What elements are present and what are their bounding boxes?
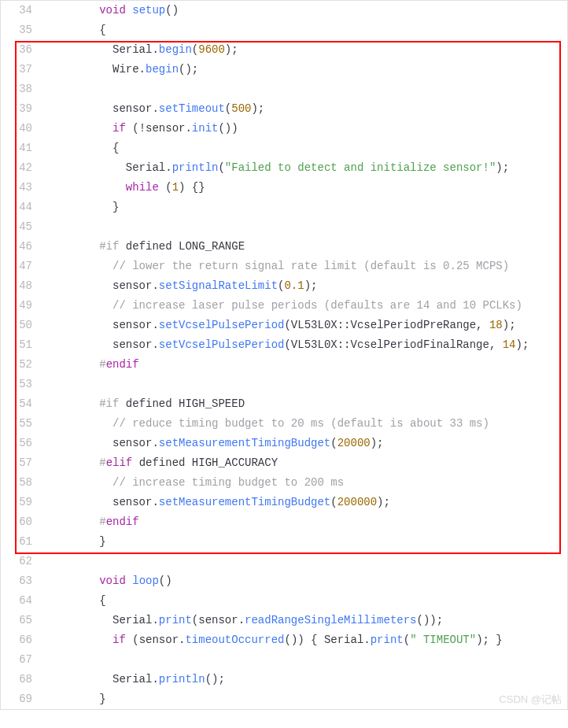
code-token: print: [159, 614, 192, 626]
code-line[interactable]: 53: [1, 375, 567, 394]
code-token: timeoutOccurred: [185, 634, 284, 646]
code-content[interactable]: Serial.println();: [46, 670, 567, 689]
code-token: (: [330, 496, 337, 508]
code-line[interactable]: 66 if (sensor.timeoutOccurred()) { Seria…: [1, 630, 567, 650]
code-line[interactable]: 44 }: [1, 198, 567, 217]
code-content[interactable]: #endif: [46, 512, 567, 532]
code-content[interactable]: }: [46, 689, 567, 709]
code-line[interactable]: 47 // lower the return signal rate limit…: [1, 257, 567, 276]
code-content[interactable]: sensor.setTimeout(500);: [46, 99, 567, 119]
code-token: {: [46, 594, 106, 607]
code-content[interactable]: if (!sensor.init()): [46, 119, 567, 139]
code-content[interactable]: void loop(): [46, 571, 567, 591]
code-line[interactable]: 58 // increase timing budget to 200 ms: [1, 473, 567, 493]
line-number: 49: [1, 296, 46, 316]
code-token: (: [159, 181, 172, 194]
code-line[interactable]: 62: [1, 552, 567, 571]
code-content[interactable]: Serial.begin(9600);: [46, 40, 567, 60]
code-token: {: [46, 24, 106, 36]
code-content[interactable]: sensor.setVcselPulsePeriod(VL53L0X::Vcse…: [46, 335, 567, 355]
code-content[interactable]: [46, 217, 567, 237]
code-token: 200000: [337, 496, 377, 508]
code-content[interactable]: // increase timing budget to 200 ms: [46, 473, 567, 493]
code-content[interactable]: #if defined LONG_RANGE: [46, 237, 567, 257]
code-line[interactable]: 34 void setup(): [1, 1, 567, 20]
code-line[interactable]: 57 #elif defined HIGH_ACCURACY: [1, 453, 567, 473]
code-line[interactable]: 39 sensor.setTimeout(500);: [1, 99, 567, 119]
code-token: ()) { Serial.: [284, 634, 370, 646]
code-token: (VL53L0X::VcselPeriodPreRange,: [284, 319, 489, 331]
code-content[interactable]: sensor.setVcselPulsePeriod(VL53L0X::Vcse…: [46, 316, 567, 335]
code-line[interactable]: 49 // increase laser pulse periods (defa…: [1, 296, 567, 316]
code-token: (VL53L0X::VcselPeriodFinalRange,: [284, 338, 502, 351]
code-line[interactable]: 67: [1, 650, 567, 670]
code-token: (): [159, 575, 172, 587]
code-line[interactable]: 63 void loop(): [1, 571, 567, 591]
code-content[interactable]: Serial.println("Failed to detect and ini…: [46, 158, 567, 178]
code-content[interactable]: [46, 79, 567, 99]
code-content[interactable]: }: [46, 198, 567, 217]
code-line[interactable]: 42 Serial.println("Failed to detect and …: [1, 158, 567, 178]
code-token: void: [99, 575, 126, 587]
code-content[interactable]: // lower the return signal rate limit (d…: [46, 257, 567, 276]
code-token: [46, 456, 99, 469]
code-content[interactable]: Wire.begin();: [46, 60, 567, 79]
code-line[interactable]: 61 }: [1, 532, 567, 552]
code-content[interactable]: if (sensor.timeoutOccurred()) { Serial.p…: [46, 630, 567, 650]
code-line[interactable]: 46 #if defined LONG_RANGE: [1, 237, 567, 257]
code-line[interactable]: 64 {: [1, 591, 567, 611]
code-token: );: [251, 102, 264, 115]
code-content[interactable]: while (1) {}: [46, 178, 567, 198]
code-token: }: [46, 201, 119, 213]
code-line[interactable]: 54 #if defined HIGH_SPEED: [1, 394, 567, 414]
code-token: #if: [99, 397, 119, 410]
code-content[interactable]: #endif: [46, 355, 567, 375]
code-token: );: [503, 319, 516, 331]
code-line[interactable]: 51 sensor.setVcselPulsePeriod(VL53L0X::V…: [1, 335, 567, 355]
code-line[interactable]: 48 sensor.setSignalRateLimit(0.1);: [1, 276, 567, 296]
code-content[interactable]: // increase laser pulse periods (default…: [46, 296, 567, 316]
line-number: 46: [1, 237, 46, 257]
code-line[interactable]: 38: [1, 79, 567, 99]
code-editor[interactable]: 34 void setup()35 {36 Serial.begin(9600)…: [0, 0, 568, 710]
code-token: Serial.: [46, 614, 159, 626]
code-line[interactable]: 55 // reduce timing budget to 20 ms (def…: [1, 414, 567, 434]
code-content[interactable]: void setup(): [46, 1, 567, 20]
code-content[interactable]: {: [46, 139, 567, 158]
code-token: // increase timing budget to 200 ms: [112, 476, 344, 489]
code-line[interactable]: 45: [1, 217, 567, 237]
line-number: 59: [1, 493, 46, 512]
code-content[interactable]: [46, 375, 567, 394]
code-line[interactable]: 68 Serial.println();: [1, 670, 567, 689]
code-line[interactable]: 37 Wire.begin();: [1, 60, 567, 79]
code-token: #: [99, 516, 105, 528]
code-content[interactable]: [46, 552, 567, 571]
code-content[interactable]: // reduce timing budget to 20 ms (defaul…: [46, 414, 567, 434]
code-line[interactable]: 69 }: [1, 689, 567, 709]
code-token: ()): [218, 122, 238, 135]
code-content[interactable]: sensor.setMeasurementTimingBudget(20000)…: [46, 434, 567, 453]
code-line[interactable]: 40 if (!sensor.init()): [1, 119, 567, 139]
code-content[interactable]: #elif defined HIGH_ACCURACY: [46, 453, 567, 473]
code-line[interactable]: 65 Serial.print(sensor.readRangeSingleMi…: [1, 611, 567, 630]
code-line[interactable]: 41 {: [1, 139, 567, 158]
code-content[interactable]: Serial.print(sensor.readRangeSingleMilli…: [46, 611, 567, 630]
code-line[interactable]: 43 while (1) {}: [1, 178, 567, 198]
code-line[interactable]: 52 #endif: [1, 355, 567, 375]
code-line[interactable]: 50 sensor.setVcselPulsePeriod(VL53L0X::V…: [1, 316, 567, 335]
code-line[interactable]: 59 sensor.setMeasurementTimingBudget(200…: [1, 493, 567, 512]
code-content[interactable]: [46, 650, 567, 670]
code-line[interactable]: 35 {: [1, 20, 567, 40]
code-token: sensor.: [46, 338, 159, 351]
code-token: [46, 358, 99, 371]
code-content[interactable]: {: [46, 591, 567, 611]
line-number: 61: [1, 532, 46, 552]
code-content[interactable]: sensor.setMeasurementTimingBudget(200000…: [46, 493, 567, 512]
code-line[interactable]: 36 Serial.begin(9600);: [1, 40, 567, 60]
code-line[interactable]: 60 #endif: [1, 512, 567, 532]
code-content[interactable]: }: [46, 532, 567, 552]
code-line[interactable]: 56 sensor.setMeasurementTimingBudget(200…: [1, 434, 567, 453]
code-content[interactable]: sensor.setSignalRateLimit(0.1);: [46, 276, 567, 296]
code-content[interactable]: {: [46, 20, 567, 40]
code-content[interactable]: #if defined HIGH_SPEED: [46, 394, 567, 414]
